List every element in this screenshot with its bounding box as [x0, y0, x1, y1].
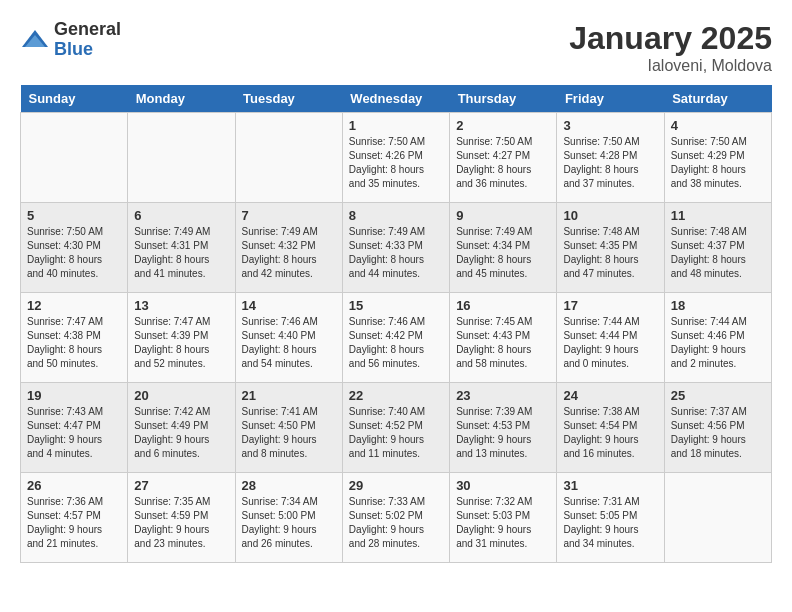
day-info: Sunrise: 7:36 AM Sunset: 4:57 PM Dayligh…	[27, 495, 121, 551]
day-number: 6	[134, 208, 228, 223]
day-info: Sunrise: 7:50 AM Sunset: 4:29 PM Dayligh…	[671, 135, 765, 191]
header-cell-saturday: Saturday	[664, 85, 771, 113]
calendar-cell: 20Sunrise: 7:42 AM Sunset: 4:49 PM Dayli…	[128, 383, 235, 473]
day-number: 25	[671, 388, 765, 403]
day-number: 1	[349, 118, 443, 133]
day-info: Sunrise: 7:45 AM Sunset: 4:43 PM Dayligh…	[456, 315, 550, 371]
logo-icon	[20, 25, 50, 55]
day-number: 29	[349, 478, 443, 493]
day-number: 10	[563, 208, 657, 223]
day-info: Sunrise: 7:48 AM Sunset: 4:35 PM Dayligh…	[563, 225, 657, 281]
calendar-cell: 3Sunrise: 7:50 AM Sunset: 4:28 PM Daylig…	[557, 113, 664, 203]
header-row: SundayMondayTuesdayWednesdayThursdayFrid…	[21, 85, 772, 113]
calendar-table: SundayMondayTuesdayWednesdayThursdayFrid…	[20, 85, 772, 563]
day-number: 26	[27, 478, 121, 493]
calendar-cell	[128, 113, 235, 203]
calendar-cell: 13Sunrise: 7:47 AM Sunset: 4:39 PM Dayli…	[128, 293, 235, 383]
day-info: Sunrise: 7:33 AM Sunset: 5:02 PM Dayligh…	[349, 495, 443, 551]
header-cell-wednesday: Wednesday	[342, 85, 449, 113]
calendar-cell: 21Sunrise: 7:41 AM Sunset: 4:50 PM Dayli…	[235, 383, 342, 473]
week-row-1: 5Sunrise: 7:50 AM Sunset: 4:30 PM Daylig…	[21, 203, 772, 293]
day-number: 14	[242, 298, 336, 313]
day-number: 11	[671, 208, 765, 223]
day-info: Sunrise: 7:44 AM Sunset: 4:46 PM Dayligh…	[671, 315, 765, 371]
calendar-cell	[664, 473, 771, 563]
calendar-cell	[21, 113, 128, 203]
calendar-cell: 16Sunrise: 7:45 AM Sunset: 4:43 PM Dayli…	[450, 293, 557, 383]
calendar-cell: 14Sunrise: 7:46 AM Sunset: 4:40 PM Dayli…	[235, 293, 342, 383]
calendar-cell: 27Sunrise: 7:35 AM Sunset: 4:59 PM Dayli…	[128, 473, 235, 563]
day-number: 8	[349, 208, 443, 223]
day-number: 20	[134, 388, 228, 403]
day-number: 17	[563, 298, 657, 313]
day-info: Sunrise: 7:35 AM Sunset: 4:59 PM Dayligh…	[134, 495, 228, 551]
day-info: Sunrise: 7:49 AM Sunset: 4:34 PM Dayligh…	[456, 225, 550, 281]
day-number: 4	[671, 118, 765, 133]
calendar-cell: 2Sunrise: 7:50 AM Sunset: 4:27 PM Daylig…	[450, 113, 557, 203]
day-number: 7	[242, 208, 336, 223]
day-info: Sunrise: 7:47 AM Sunset: 4:39 PM Dayligh…	[134, 315, 228, 371]
title-block: January 2025 Ialoveni, Moldova	[569, 20, 772, 75]
logo-text: General Blue	[54, 20, 121, 60]
day-number: 2	[456, 118, 550, 133]
calendar-cell: 7Sunrise: 7:49 AM Sunset: 4:32 PM Daylig…	[235, 203, 342, 293]
header-cell-thursday: Thursday	[450, 85, 557, 113]
header-cell-friday: Friday	[557, 85, 664, 113]
calendar-cell: 15Sunrise: 7:46 AM Sunset: 4:42 PM Dayli…	[342, 293, 449, 383]
day-info: Sunrise: 7:40 AM Sunset: 4:52 PM Dayligh…	[349, 405, 443, 461]
day-number: 5	[27, 208, 121, 223]
day-info: Sunrise: 7:44 AM Sunset: 4:44 PM Dayligh…	[563, 315, 657, 371]
day-info: Sunrise: 7:50 AM Sunset: 4:28 PM Dayligh…	[563, 135, 657, 191]
day-info: Sunrise: 7:38 AM Sunset: 4:54 PM Dayligh…	[563, 405, 657, 461]
week-row-3: 19Sunrise: 7:43 AM Sunset: 4:47 PM Dayli…	[21, 383, 772, 473]
calendar-cell: 30Sunrise: 7:32 AM Sunset: 5:03 PM Dayli…	[450, 473, 557, 563]
day-info: Sunrise: 7:49 AM Sunset: 4:31 PM Dayligh…	[134, 225, 228, 281]
day-info: Sunrise: 7:50 AM Sunset: 4:27 PM Dayligh…	[456, 135, 550, 191]
page-header: General Blue January 2025 Ialoveni, Mold…	[20, 20, 772, 75]
day-info: Sunrise: 7:50 AM Sunset: 4:30 PM Dayligh…	[27, 225, 121, 281]
calendar-cell: 4Sunrise: 7:50 AM Sunset: 4:29 PM Daylig…	[664, 113, 771, 203]
day-number: 13	[134, 298, 228, 313]
calendar-cell: 8Sunrise: 7:49 AM Sunset: 4:33 PM Daylig…	[342, 203, 449, 293]
day-number: 3	[563, 118, 657, 133]
calendar-cell: 10Sunrise: 7:48 AM Sunset: 4:35 PM Dayli…	[557, 203, 664, 293]
calendar-cell: 31Sunrise: 7:31 AM Sunset: 5:05 PM Dayli…	[557, 473, 664, 563]
day-info: Sunrise: 7:49 AM Sunset: 4:32 PM Dayligh…	[242, 225, 336, 281]
calendar-cell: 18Sunrise: 7:44 AM Sunset: 4:46 PM Dayli…	[664, 293, 771, 383]
day-info: Sunrise: 7:47 AM Sunset: 4:38 PM Dayligh…	[27, 315, 121, 371]
day-number: 27	[134, 478, 228, 493]
day-info: Sunrise: 7:50 AM Sunset: 4:26 PM Dayligh…	[349, 135, 443, 191]
day-number: 19	[27, 388, 121, 403]
calendar-cell: 6Sunrise: 7:49 AM Sunset: 4:31 PM Daylig…	[128, 203, 235, 293]
calendar-cell: 22Sunrise: 7:40 AM Sunset: 4:52 PM Dayli…	[342, 383, 449, 473]
day-info: Sunrise: 7:42 AM Sunset: 4:49 PM Dayligh…	[134, 405, 228, 461]
month-title: January 2025	[569, 20, 772, 57]
calendar-cell	[235, 113, 342, 203]
day-info: Sunrise: 7:31 AM Sunset: 5:05 PM Dayligh…	[563, 495, 657, 551]
day-info: Sunrise: 7:39 AM Sunset: 4:53 PM Dayligh…	[456, 405, 550, 461]
week-row-0: 1Sunrise: 7:50 AM Sunset: 4:26 PM Daylig…	[21, 113, 772, 203]
day-info: Sunrise: 7:34 AM Sunset: 5:00 PM Dayligh…	[242, 495, 336, 551]
calendar-cell: 19Sunrise: 7:43 AM Sunset: 4:47 PM Dayli…	[21, 383, 128, 473]
calendar-cell: 12Sunrise: 7:47 AM Sunset: 4:38 PM Dayli…	[21, 293, 128, 383]
calendar-cell: 28Sunrise: 7:34 AM Sunset: 5:00 PM Dayli…	[235, 473, 342, 563]
day-number: 31	[563, 478, 657, 493]
week-row-2: 12Sunrise: 7:47 AM Sunset: 4:38 PM Dayli…	[21, 293, 772, 383]
calendar-cell: 23Sunrise: 7:39 AM Sunset: 4:53 PM Dayli…	[450, 383, 557, 473]
day-info: Sunrise: 7:46 AM Sunset: 4:42 PM Dayligh…	[349, 315, 443, 371]
calendar-cell: 17Sunrise: 7:44 AM Sunset: 4:44 PM Dayli…	[557, 293, 664, 383]
day-number: 28	[242, 478, 336, 493]
calendar-cell: 25Sunrise: 7:37 AM Sunset: 4:56 PM Dayli…	[664, 383, 771, 473]
day-info: Sunrise: 7:41 AM Sunset: 4:50 PM Dayligh…	[242, 405, 336, 461]
day-number: 9	[456, 208, 550, 223]
location: Ialoveni, Moldova	[569, 57, 772, 75]
calendar-cell: 1Sunrise: 7:50 AM Sunset: 4:26 PM Daylig…	[342, 113, 449, 203]
calendar-cell: 11Sunrise: 7:48 AM Sunset: 4:37 PM Dayli…	[664, 203, 771, 293]
day-info: Sunrise: 7:43 AM Sunset: 4:47 PM Dayligh…	[27, 405, 121, 461]
day-number: 22	[349, 388, 443, 403]
week-row-4: 26Sunrise: 7:36 AM Sunset: 4:57 PM Dayli…	[21, 473, 772, 563]
day-info: Sunrise: 7:46 AM Sunset: 4:40 PM Dayligh…	[242, 315, 336, 371]
day-number: 23	[456, 388, 550, 403]
calendar-cell: 26Sunrise: 7:36 AM Sunset: 4:57 PM Dayli…	[21, 473, 128, 563]
calendar-cell: 24Sunrise: 7:38 AM Sunset: 4:54 PM Dayli…	[557, 383, 664, 473]
